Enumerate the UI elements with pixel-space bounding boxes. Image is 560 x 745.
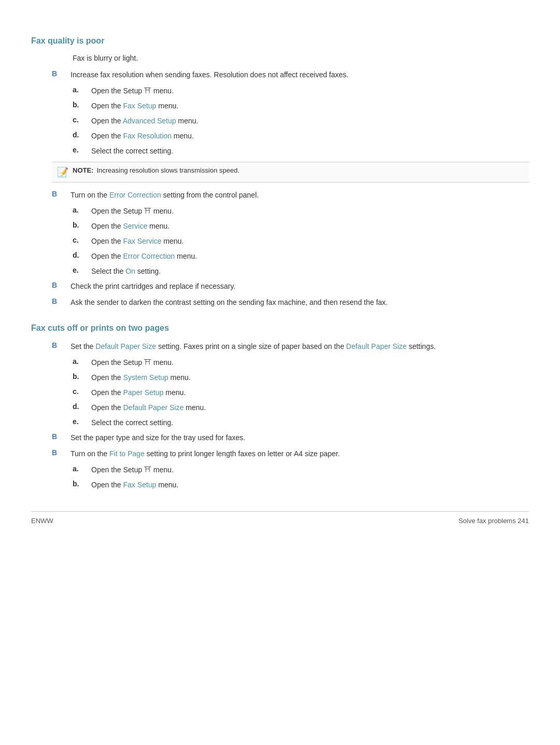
s2-sub-text-1d: Open the Default Paper Size menu. — [91, 402, 206, 413]
section1-title: Fax quality is poor — [31, 36, 529, 46]
b-item-4: B Ask the sender to darken the contrast … — [52, 297, 529, 308]
s2-sub-text-3a: Open the Setup ⛩ menu. — [91, 465, 174, 475]
section1-intro: Fax is blurry or light. — [73, 54, 529, 62]
sub-list-1: a. Open the Setup ⛩ menu. b. Open the Fa… — [73, 86, 529, 157]
sub-text-2e: Select the On setting. — [91, 266, 161, 277]
section2-title: Fax cuts off or prints on two pages — [31, 324, 529, 333]
link-fax-service: Fax Service — [123, 237, 162, 245]
s2-sub-label-1a: a. — [73, 357, 88, 366]
s2-b-label-1: B — [52, 341, 67, 349]
footer-left: ENWW — [31, 517, 53, 525]
sub-label-2e: e. — [73, 266, 88, 274]
sub-label-1d: d. — [73, 131, 88, 139]
sub-text-1d: Open the Fax Resolution menu. — [91, 131, 194, 142]
sub-label-2d: d. — [73, 251, 88, 259]
sub-text-2d: Open the Error Correction menu. — [91, 251, 197, 262]
s2-b-item-1: B Set the Default Paper Size setting. Fa… — [52, 341, 529, 352]
link-error-correction-1: Error Correction — [109, 191, 161, 199]
s2-sub-item-1d: d. Open the Default Paper Size menu. — [73, 402, 529, 413]
b-text-4: Ask the sender to darken the contrast se… — [71, 297, 529, 308]
s2-sub-item-1c: c. Open the Paper Setup menu. — [73, 387, 529, 398]
sub-list-2: a. Open the Setup ⛩ menu. b. Open the Se… — [73, 206, 529, 277]
sub-label-1c: c. — [73, 116, 88, 124]
s2-b-label-3: B — [52, 448, 67, 457]
link-on: On — [125, 267, 135, 275]
link-fax-setup-2: Fax Setup — [123, 481, 157, 489]
s2-b-item-2: B Set the paper type and size for the tr… — [52, 432, 529, 443]
note-icon-1: 📝 — [57, 166, 68, 178]
note-text-1: Increasing resolution slows transmission… — [96, 166, 239, 174]
s2-sub-item-1b: b. Open the System Setup menu. — [73, 372, 529, 383]
sub-item-2e: e. Select the On setting. — [73, 266, 529, 277]
sub-label-1e: e. — [73, 146, 88, 154]
s2-sub-item-1e: e. Select the correct setting. — [73, 417, 529, 428]
note-label-1: NOTE: — [73, 166, 93, 174]
sub-text-1a: Open the Setup ⛩ menu. — [91, 86, 174, 96]
b-item-2: B Turn on the Error Correction setting f… — [52, 190, 529, 201]
sub-text-2a: Open the Setup ⛩ menu. — [91, 206, 174, 217]
s2-b-text-1: Set the Default Paper Size setting. Faxe… — [71, 341, 529, 352]
sub-item-1b: b. Open the Fax Setup menu. — [73, 101, 529, 111]
sub-item-2a: a. Open the Setup ⛩ menu. — [73, 206, 529, 217]
s2-sub-text-1b: Open the System Setup menu. — [91, 372, 190, 383]
sub-item-2d: d. Open the Error Correction menu. — [73, 251, 529, 262]
sub-item-1c: c. Open the Advanced Setup menu. — [73, 116, 529, 126]
s2-sub-label-1d: d. — [73, 402, 88, 411]
s2-sub-label-3a: a. — [73, 465, 88, 473]
s2-sub-text-3b: Open the Fax Setup menu. — [91, 480, 178, 490]
sub-item-2b: b. Open the Service menu. — [73, 221, 529, 232]
s2-sub-text-1c: Open the Paper Setup menu. — [91, 387, 186, 398]
link-service: Service — [123, 222, 148, 230]
s2-sub-list-3: a. Open the Setup ⛩ menu. b. Open the Fa… — [73, 465, 529, 490]
s2-b-text-3: Turn on the Fit to Page setting to print… — [71, 448, 529, 459]
sub-label-2c: c. — [73, 236, 88, 244]
s2-b-item-3: B Turn on the Fit to Page setting to pri… — [52, 448, 529, 459]
sub-item-1a: a. Open the Setup ⛩ menu. — [73, 86, 529, 96]
link-default-paper-size-1: Default Paper Size — [95, 342, 156, 350]
s2-sub-text-1a: Open the Setup ⛩ menu. — [91, 357, 174, 368]
link-fax-resolution: Fax Resolution — [123, 132, 172, 140]
s2-sub-label-3b: b. — [73, 480, 88, 488]
sub-item-1e: e. Select the correct setting. — [73, 146, 529, 157]
s2-sub-list-1: a. Open the Setup ⛩ menu. b. Open the Sy… — [73, 357, 529, 428]
sub-item-2c: c. Open the Fax Service menu. — [73, 236, 529, 247]
sub-text-2c: Open the Fax Service menu. — [91, 236, 184, 247]
sub-label-2a: a. — [73, 206, 88, 214]
b-text-2: Turn on the Error Correction setting fro… — [71, 190, 529, 201]
link-default-paper-size-3: Default Paper Size — [123, 403, 184, 412]
link-default-paper-size-2: Default Paper Size — [346, 342, 407, 350]
s2-sub-item-3a: a. Open the Setup ⛩ menu. — [73, 465, 529, 475]
note-box-1: 📝 NOTE: Increasing resolution slows tran… — [52, 162, 529, 182]
sub-label-1b: b. — [73, 101, 88, 109]
b-text-1: Increase fax resolution when sending fax… — [71, 69, 529, 80]
s2-sub-text-1e: Select the correct setting. — [91, 417, 173, 428]
s2-b-text-2: Set the paper type and size for the tray… — [71, 432, 529, 443]
b-label-1: B — [52, 69, 67, 78]
sub-text-2b: Open the Service menu. — [91, 221, 170, 232]
b-label-3: B — [52, 281, 67, 289]
s2-sub-item-1a: a. Open the Setup ⛩ menu. — [73, 357, 529, 368]
sub-label-1a: a. — [73, 86, 88, 94]
s2-sub-label-1c: c. — [73, 387, 88, 396]
b-item-1: B Increase fax resolution when sending f… — [52, 69, 529, 80]
sub-text-1c: Open the Advanced Setup menu. — [91, 116, 198, 126]
sub-item-1d: d. Open the Fax Resolution menu. — [73, 131, 529, 142]
sub-text-1e: Select the correct setting. — [91, 146, 173, 157]
b-label-4: B — [52, 297, 67, 305]
link-fit-to-page: Fit to Page — [109, 449, 145, 458]
sub-label-2b: b. — [73, 221, 88, 229]
link-fax-setup-1: Fax Setup — [123, 102, 157, 110]
sub-text-1b: Open the Fax Setup menu. — [91, 101, 178, 111]
b-label-2: B — [52, 190, 67, 198]
link-error-correction-2: Error Correction — [123, 252, 175, 260]
link-system-setup: System Setup — [123, 373, 169, 382]
s2-b-label-2: B — [52, 432, 67, 441]
link-paper-setup: Paper Setup — [123, 388, 164, 397]
b-text-3: Check the print cartridges and replace i… — [71, 281, 529, 292]
s2-sub-label-1e: e. — [73, 417, 88, 426]
s2-sub-item-3b: b. Open the Fax Setup menu. — [73, 480, 529, 490]
footer: ENWW Solve fax problems 241 — [31, 511, 529, 525]
footer-right: Solve fax problems 241 — [458, 517, 529, 525]
b-item-3: B Check the print cartridges and replace… — [52, 281, 529, 292]
s2-sub-label-1b: b. — [73, 372, 88, 381]
